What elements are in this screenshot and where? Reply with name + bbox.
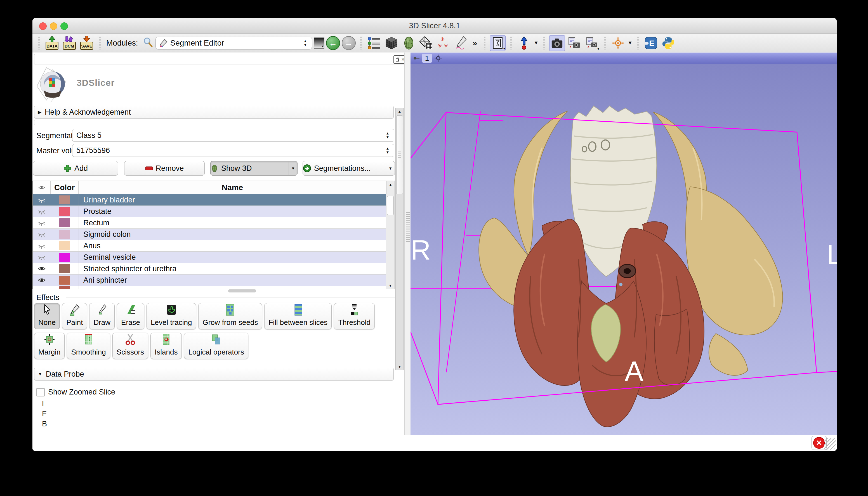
window-resize-grip[interactable]	[824, 438, 836, 450]
mouse-mode-dropdown[interactable]: ▼	[533, 40, 539, 46]
table-scrollbar-thumb[interactable]	[387, 196, 394, 215]
table-scrollbar-up[interactable]: ▲	[386, 181, 394, 194]
title-bar[interactable]: 3D Slicer 4.8.1	[32, 18, 837, 34]
table-scrollbar[interactable]: ▼	[386, 194, 394, 289]
effect-button-logical-operators[interactable]: Logical operators	[184, 333, 248, 359]
effect-button-islands[interactable]: Islands	[151, 333, 182, 359]
effect-button-scissors[interactable]: Scissors	[112, 333, 148, 359]
hidden-eye-icon[interactable]	[33, 208, 51, 215]
color-cell[interactable]	[51, 241, 79, 250]
table-row[interactable]: Ani sphincter	[33, 275, 386, 286]
table-row[interactable]: Urinary bladder	[33, 194, 386, 206]
toolbar-grip[interactable]	[360, 37, 362, 49]
screenshot-button[interactable]	[549, 35, 565, 51]
volume-rendering-icon[interactable]	[401, 35, 417, 51]
visibility-column-header[interactable]	[33, 181, 51, 194]
table-scrollbar-down[interactable]: ▼	[386, 283, 394, 288]
help-acknowledgement-section[interactable]: ▶ Help & Acknowledgement	[34, 106, 394, 119]
master-volume-spinner[interactable]: ▲▼	[381, 144, 394, 157]
name-column-header[interactable]: Name	[79, 183, 386, 192]
threed-viewport[interactable]: R A L	[410, 64, 837, 435]
data-probe-section[interactable]: ▼ Data Probe	[34, 368, 394, 381]
segment-name[interactable]: Rectum	[79, 217, 386, 229]
effect-button-threshold[interactable]: Threshold	[334, 303, 375, 329]
dicom-button[interactable]: DCM	[62, 35, 77, 51]
table-row[interactable]: Anus	[33, 240, 386, 252]
toolbar-overflow-button[interactable]: »	[472, 38, 477, 48]
segmentation-spinner[interactable]: ▲▼	[381, 129, 394, 141]
mouse-interaction-icon[interactable]	[516, 35, 532, 51]
color-swatch[interactable]	[59, 218, 70, 227]
module-forward-button[interactable]: →	[342, 36, 356, 50]
module-selector-spinner[interactable]: ▲▼	[299, 37, 312, 49]
panel-scrollbar-thumb[interactable]	[396, 115, 403, 194]
effect-button-smoothing[interactable]: Smoothing	[67, 333, 110, 359]
view-crosshair-icon[interactable]	[434, 54, 443, 62]
hidden-eye-icon[interactable]	[33, 231, 51, 238]
color-cell[interactable]	[51, 276, 79, 285]
crosshair-button[interactable]	[610, 35, 626, 51]
color-swatch[interactable]	[59, 253, 70, 262]
color-swatch[interactable]	[59, 286, 70, 289]
dock-splitter[interactable]	[404, 52, 410, 435]
color-swatch[interactable]	[59, 196, 70, 204]
transforms-mesh-icon[interactable]	[418, 35, 434, 51]
table-row[interactable]: Striated sphincter of urethra	[33, 263, 386, 275]
color-column-header[interactable]: Color	[51, 181, 79, 194]
visible-eye-icon[interactable]	[33, 266, 51, 272]
segmentations-button[interactable]: Segmentations... ▼	[303, 161, 395, 175]
toolbar-grip[interactable]	[484, 37, 485, 49]
effect-button-paint[interactable]: Paint	[62, 303, 87, 329]
segment-name[interactable]: Striated sphincter of urethra	[79, 263, 386, 274]
color-cell[interactable]	[51, 230, 79, 239]
table-row[interactable]	[33, 286, 386, 289]
panel-scrollbar-up[interactable]: ▲	[396, 109, 404, 113]
master-volume-selector[interactable]: 51755596 ▲▼	[72, 144, 394, 157]
markups-icon[interactable]: ✳ ✳ ✳	[436, 35, 451, 51]
segmentation-selector[interactable]: Class 5 ▲▼	[72, 129, 394, 142]
show-3d-button[interactable]: Show 3D ▼	[210, 161, 297, 175]
effect-button-fill-between-slices[interactable]: Fill between slices	[264, 303, 332, 329]
panel-splitter-handle[interactable]	[228, 289, 256, 292]
table-row[interactable]: Prostate	[33, 206, 386, 217]
color-cell[interactable]	[51, 196, 79, 204]
segmentations-dropdown[interactable]: ▼	[386, 161, 394, 175]
segment-name[interactable]: Prostate	[79, 206, 386, 217]
color-swatch[interactable]	[59, 241, 70, 250]
hidden-eye-icon[interactable]	[33, 254, 51, 261]
threed-view-controller-bar[interactable]: 1	[410, 52, 837, 64]
scene-view-capture-icon[interactable]	[567, 35, 582, 51]
scene-view-restore-icon[interactable]: ▾	[584, 35, 600, 51]
toolbar-grip[interactable]	[637, 37, 639, 49]
module-back-button[interactable]: ←	[326, 36, 340, 50]
add-segment-button[interactable]: Add	[33, 161, 118, 175]
segment-name[interactable]	[79, 286, 386, 289]
color-cell[interactable]	[51, 286, 79, 289]
effect-button-erase[interactable]: Erase	[117, 303, 144, 329]
color-cell[interactable]	[51, 218, 79, 227]
toolbar-grip[interactable]	[604, 37, 606, 49]
effect-button-grow-from-seeds[interactable]: Grow from seeds	[198, 303, 262, 329]
show-zoomed-slice-checkbox[interactable]	[36, 388, 45, 397]
color-swatch[interactable]	[59, 264, 70, 273]
effect-button-margin[interactable]: Margin	[34, 333, 65, 359]
save-button[interactable]: SAVE	[79, 35, 94, 51]
segment-name[interactable]: Urinary bladder	[79, 194, 386, 205]
data-cube-icon[interactable]	[384, 35, 399, 51]
dock-splitter-grip[interactable]	[406, 212, 410, 243]
effect-button-none[interactable]: None	[34, 303, 60, 329]
annotations-icon[interactable]	[453, 35, 469, 51]
panel-scrollbar-down[interactable]: ▼	[396, 365, 404, 369]
extensions-manager-icon[interactable]: E	[643, 35, 659, 51]
module-history-icon[interactable]: ▾	[314, 37, 324, 49]
effect-button-draw[interactable]: Draw	[89, 303, 115, 329]
segment-name[interactable]: Sigmoid colon	[79, 229, 386, 240]
show-3d-dropdown[interactable]: ▼	[289, 161, 297, 175]
subject-hierarchy-icon[interactable]	[366, 35, 382, 51]
color-swatch[interactable]	[59, 276, 70, 285]
visible-eye-icon[interactable]	[33, 277, 51, 283]
hidden-eye-icon[interactable]	[33, 219, 51, 226]
layout-selector-button[interactable]: ▾	[490, 35, 506, 51]
remove-segment-button[interactable]: Remove	[124, 161, 205, 175]
pin-icon[interactable]	[413, 55, 420, 61]
